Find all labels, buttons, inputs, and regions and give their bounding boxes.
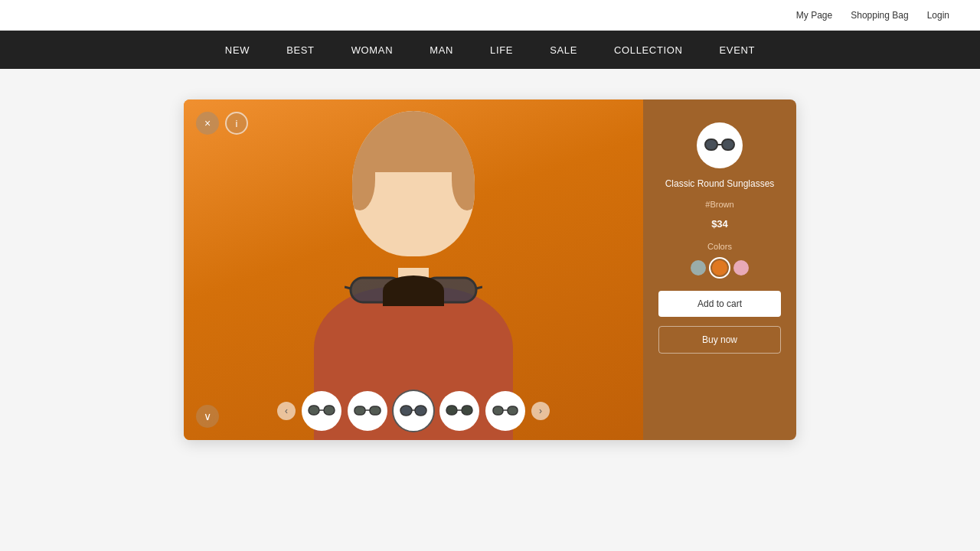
color-swatch-orange[interactable] xyxy=(712,260,727,276)
model-collar xyxy=(383,276,444,306)
svg-rect-18 xyxy=(508,406,518,415)
info-icon: i xyxy=(236,118,238,129)
svg-rect-6 xyxy=(324,406,335,415)
svg-rect-21 xyxy=(722,139,734,150)
glasses-option-4[interactable] xyxy=(439,391,479,431)
svg-line-4 xyxy=(476,287,482,289)
glasses-option-5[interactable] xyxy=(485,391,525,431)
model-background xyxy=(184,99,643,440)
svg-rect-14 xyxy=(446,406,457,415)
nav-item-collection[interactable]: COLLECTION xyxy=(614,44,683,56)
nav-item-sale[interactable]: SALE xyxy=(550,44,577,56)
next-icon: › xyxy=(539,406,542,416)
chevron-down-icon: ∨ xyxy=(204,410,211,422)
top-bar: My Page Shopping Bag Login xyxy=(0,0,980,31)
product-color-code: #Brown xyxy=(705,200,733,209)
product-panel: Classic Round Sunglasses #Brown $34 Colo… xyxy=(643,99,796,440)
product-icon-circle xyxy=(697,122,743,168)
nav-item-woman[interactable]: WOMAN xyxy=(351,44,394,56)
nav-item-best[interactable]: BEST xyxy=(286,44,315,56)
info-button[interactable]: i xyxy=(225,112,248,135)
prev-icon: ‹ xyxy=(285,406,288,416)
svg-rect-11 xyxy=(400,406,412,416)
nav-item-life[interactable]: LIFE xyxy=(490,44,513,56)
svg-rect-12 xyxy=(415,406,426,416)
login-link[interactable]: Login xyxy=(927,10,949,21)
glasses-selector: ‹ xyxy=(277,391,550,431)
model-hair-left xyxy=(352,149,375,210)
model-person xyxy=(291,103,536,440)
add-to-cart-button[interactable]: Add to cart xyxy=(658,291,781,317)
glasses-option-2[interactable] xyxy=(348,391,387,431)
next-glasses-button[interactable]: › xyxy=(531,402,550,420)
svg-rect-17 xyxy=(493,406,503,415)
product-name: Classic Round Sunglasses xyxy=(665,178,775,191)
scroll-down-button[interactable]: ∨ xyxy=(196,405,219,428)
color-swatch-pink[interactable] xyxy=(733,260,749,276)
close-icon: × xyxy=(204,117,211,129)
model-hair-right xyxy=(452,149,475,210)
product-price: $34 xyxy=(711,218,728,230)
svg-rect-20 xyxy=(705,139,717,150)
tryon-container: × i ∨ ‹ xyxy=(184,99,796,440)
svg-line-3 xyxy=(345,287,351,289)
nav-item-new[interactable]: NEW xyxy=(225,44,250,56)
shopping-bag-link[interactable]: Shopping Bag xyxy=(851,10,908,21)
svg-rect-5 xyxy=(309,406,319,415)
nav-item-event[interactable]: EVENT xyxy=(720,44,756,56)
main-content: × i ∨ ‹ xyxy=(0,69,980,471)
model-head xyxy=(352,111,475,256)
svg-rect-15 xyxy=(462,406,472,415)
my-page-link[interactable]: My Page xyxy=(796,10,832,21)
svg-rect-8 xyxy=(354,406,365,415)
colors-label: Colors xyxy=(707,242,732,251)
buy-now-button[interactable]: Buy now xyxy=(658,326,781,354)
prev-glasses-button[interactable]: ‹ xyxy=(277,402,296,420)
nav-bar: NEW BEST WOMAN MAN LIFE SALE COLLECTION … xyxy=(0,31,980,69)
svg-rect-9 xyxy=(370,406,381,415)
glasses-option-3[interactable] xyxy=(394,391,433,431)
color-swatches xyxy=(691,260,749,276)
close-button[interactable]: × xyxy=(196,112,219,135)
color-swatch-gray[interactable] xyxy=(691,260,706,276)
glasses-option-1[interactable] xyxy=(302,391,341,431)
nav-item-man[interactable]: MAN xyxy=(430,44,453,56)
camera-panel: × i ∨ ‹ xyxy=(184,99,643,440)
